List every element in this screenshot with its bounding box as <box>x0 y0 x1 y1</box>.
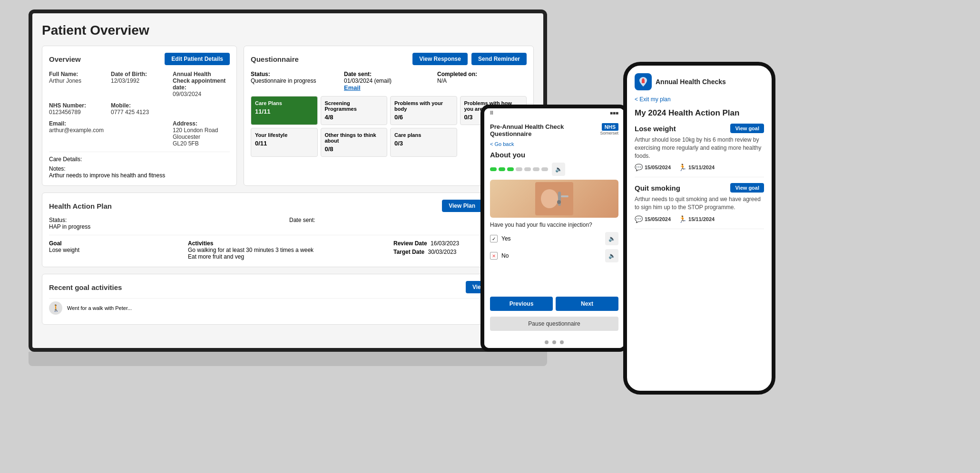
questionnaire-meta: Status: Questionnaire in progress Date s… <box>251 71 527 91</box>
tablet-title-block: Pre-Annual Health Check Questionnaire <box>490 123 600 137</box>
view-goal-1-button[interactable]: View goal <box>730 124 764 133</box>
page-title: Patient Overview <box>42 23 534 38</box>
dob-label: Date of Birth: <box>111 71 168 77</box>
q-cell-0[interactable]: Care Plans11/11 <box>251 96 318 125</box>
dot-7 <box>541 167 548 171</box>
speaker-icon-section[interactable]: 🔈 <box>552 163 565 176</box>
address-line3: GL20 5FB <box>173 140 230 147</box>
hap-goal-field: Goal Lose weight <box>49 240 182 260</box>
hap-activities-field: Activities Go walking for at least 30 mi… <box>188 240 388 260</box>
back-link[interactable]: < Go back <box>490 141 618 147</box>
care-section: Care Details: Notes: Arthur needs to imp… <box>49 152 230 179</box>
mobile-value: 0777 425 4123 <box>111 109 168 116</box>
answer-no-row: ✕ No 🔈 <box>490 249 618 262</box>
hap-status-value: HAP in progress <box>49 223 286 230</box>
q-status-value: Questionnaire in progress <box>251 77 340 84</box>
hap-meta: Status: HAP in progress Date sent: <box>49 217 527 235</box>
q-completed-label: Completed on: <box>437 71 527 77</box>
questionnaire-title: Questionnaire <box>251 55 299 63</box>
nhs-value: 0123456789 <box>49 109 106 116</box>
hap-date-sent-label: Date sent: <box>289 217 315 223</box>
dot-1 <box>490 167 497 171</box>
answer-no-checkbox[interactable]: ✕ <box>490 252 498 260</box>
q-date-sent-field: Date sent: 01/03/2024 (email) Email <box>344 71 433 91</box>
hap-goal-label: Goal <box>49 240 182 247</box>
progress-dots: 🔈 <box>490 163 618 176</box>
hap-goal-value: Lose weight <box>49 247 182 253</box>
view-goal-2-button[interactable]: View goal <box>730 183 764 193</box>
phone-screen: Annual Health Checks < Exit my plan My 2… <box>623 62 775 395</box>
view-plan-button[interactable]: View Plan <box>442 200 482 212</box>
speaker-icon-yes[interactable]: 🔈 <box>605 232 618 245</box>
nhs-field: NHS Number: 0123456789 <box>49 102 106 116</box>
edit-patient-details-button[interactable]: Edit Patient Details <box>165 53 230 65</box>
mobile-field: Mobile: 0777 425 4123 <box>111 102 168 116</box>
email-link[interactable]: Email <box>344 84 433 91</box>
hap-status-field: Status: HAP in progress <box>49 217 286 230</box>
tablet-bottom-dots <box>484 337 624 348</box>
full-name-value: Arthur Jones <box>49 77 106 84</box>
activities-card: Recent goal activities View all Activiti… <box>42 274 534 325</box>
answer-yes-checkbox[interactable]: ✓ <box>490 235 498 242</box>
hap-details: Goal Lose weight Activities Go walking f… <box>49 240 527 260</box>
q-cell-4[interactable]: Your lifestyle0/11 <box>251 128 318 157</box>
hap-review-label: Review Date <box>393 240 427 247</box>
next-button[interactable]: Next <box>556 297 618 311</box>
hap-activities-label: Activities <box>188 240 388 247</box>
calendar-icon-2: 💬 <box>635 215 643 223</box>
hap-target-label: Target Date <box>393 249 424 255</box>
activities-title: Recent goal activities <box>49 283 122 291</box>
goal-2-description: Arthur needs to quit smoking and we have… <box>635 195 764 212</box>
speaker-icon-no[interactable]: 🔈 <box>605 249 618 262</box>
phone-device: Annual Health Checks < Exit my plan My 2… <box>623 62 775 395</box>
phone-content: Annual Health Checks < Exit my plan My 2… <box>627 66 772 391</box>
notes-label: Notes: <box>49 165 66 172</box>
pause-questionnaire-button[interactable]: Pause questionnaire <box>490 317 618 331</box>
q-cell-6[interactable]: Care plans0/3 <box>390 128 457 157</box>
home-dot <box>545 340 549 344</box>
activity-icon: 🚶 <box>49 301 62 315</box>
q-cell-5[interactable]: Other things to think about0/8 <box>321 128 388 157</box>
full-name-field: Full Name: Arthur Jones <box>49 71 106 97</box>
tablet-title: Pre-Annual Health Check Questionnaire <box>490 123 600 137</box>
tablet-screen: lll ■■■ Pre-Annual Health Check Question… <box>480 105 628 352</box>
tablet-signal: lll <box>490 110 493 116</box>
previous-button[interactable]: Previous <box>490 297 553 311</box>
activity-row: 🚶 Went for a walk with Peter... <box>49 298 527 318</box>
address-label: Address: <box>173 120 230 127</box>
email-label: Email: <box>49 120 106 127</box>
exit-plan-link[interactable]: < Exit my plan <box>635 96 764 103</box>
overview-header: Overview Edit Patient Details <box>49 53 230 65</box>
calendar-icon-1: 💬 <box>635 164 643 171</box>
goal-1-start-date-value: 15/05/2024 <box>645 164 671 170</box>
goal-1-dates: 💬 15/05/2024 🏃 15/11/2024 <box>635 164 764 171</box>
phone-app-header: Annual Health Checks <box>635 73 764 90</box>
svg-rect-5 <box>642 79 645 83</box>
hap-review-date: 16/03/2023 <box>431 240 459 247</box>
goal-1-start-date: 💬 15/05/2024 <box>635 164 671 171</box>
person-icon-2: 🏃 <box>678 215 686 223</box>
goal-1-section: Lose weight View goal Arthur should lose… <box>635 124 764 177</box>
view-response-button[interactable]: View Response <box>412 53 468 65</box>
q-cell-1[interactable]: Screening Programmes4/8 <box>321 96 388 125</box>
goal-1-end-date: 🏃 15/11/2024 <box>678 164 715 171</box>
plan-title: My 2024 Health Action Plan <box>635 108 764 118</box>
hap-card: Health Action Plan View Plan Send Plan S… <box>42 193 534 267</box>
tablet-device: lll ■■■ Pre-Annual Health Check Question… <box>480 105 628 352</box>
dot-2 <box>499 167 505 171</box>
top-row: Overview Edit Patient Details Full Name:… <box>42 46 534 186</box>
hap-activity2: Eat more fruit and veg <box>188 253 388 260</box>
person-icon-1: 🏃 <box>678 164 686 171</box>
care-details-label: Care Details: <box>49 156 230 163</box>
goal-2-dates: 💬 15/05/2024 🏃 15/11/2024 <box>635 215 764 223</box>
tablet-section-title: About you <box>490 151 618 159</box>
email-value: arthur@example.com <box>49 127 106 134</box>
mobile-label: Mobile: <box>111 102 168 109</box>
q-status-label: Status: <box>251 71 340 77</box>
q-cell-2[interactable]: Problems with your body0/6 <box>390 96 457 125</box>
goal-1-header: Lose weight View goal <box>635 124 764 133</box>
menu-dot <box>560 340 564 344</box>
send-reminder-button[interactable]: Send Reminder <box>471 53 527 65</box>
laptop-base <box>29 352 547 366</box>
hap-header: Health Action Plan View Plan Send Plan <box>49 200 527 212</box>
